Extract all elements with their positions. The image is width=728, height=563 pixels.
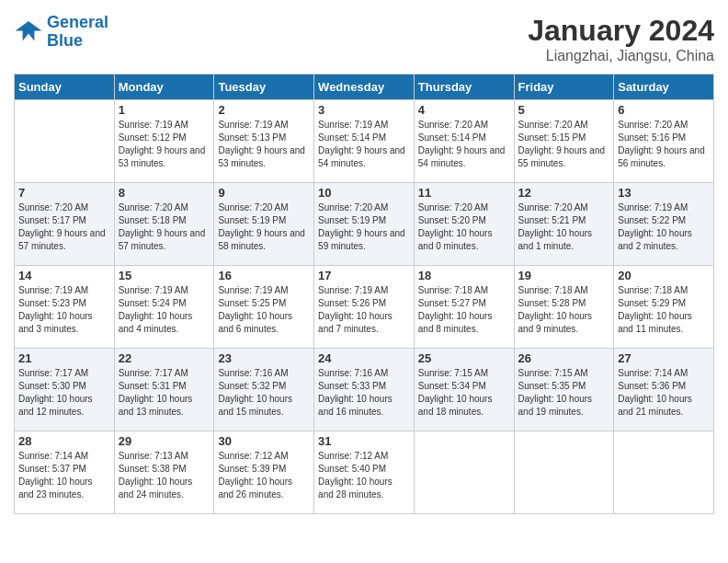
day-number: 15 <box>119 269 210 282</box>
day-info: Sunrise: 7:12 AMSunset: 5:39 PMDaylight:… <box>218 450 310 501</box>
day-info: Sunrise: 7:14 AMSunset: 5:36 PMDaylight:… <box>618 367 710 419</box>
calendar-cell: 13Sunrise: 7:19 AMSunset: 5:22 PMDayligh… <box>614 183 714 266</box>
calendar-cell: 11Sunrise: 7:20 AMSunset: 5:20 PMDayligh… <box>414 183 514 266</box>
day-info: Sunrise: 7:14 AMSunset: 5:37 PMDaylight:… <box>18 450 110 501</box>
day-number: 20 <box>618 269 710 282</box>
day-info: Sunrise: 7:19 AMSunset: 5:12 PMDaylight:… <box>119 119 210 170</box>
day-info: Sunrise: 7:19 AMSunset: 5:23 PMDaylight:… <box>18 284 110 336</box>
calendar-cell: 29Sunrise: 7:13 AMSunset: 5:38 PMDayligh… <box>114 431 214 514</box>
calendar-cell: 8Sunrise: 7:20 AMSunset: 5:18 PMDaylight… <box>114 183 214 266</box>
calendar-cell <box>15 100 115 183</box>
page-header: General Blue January 2024 Liangzhai, Jia… <box>14 14 714 64</box>
calendar-cell: 9Sunrise: 7:20 AMSunset: 5:19 PMDaylight… <box>214 183 314 266</box>
day-number: 5 <box>518 103 610 117</box>
day-info: Sunrise: 7:20 AMSunset: 5:17 PMDaylight:… <box>18 201 110 253</box>
day-info: Sunrise: 7:20 AMSunset: 5:19 PMDaylight:… <box>218 201 310 253</box>
calendar-cell: 20Sunrise: 7:18 AMSunset: 5:29 PMDayligh… <box>614 266 714 349</box>
day-number: 7 <box>18 186 110 200</box>
day-number: 9 <box>218 186 310 200</box>
day-info: Sunrise: 7:12 AMSunset: 5:40 PMDaylight:… <box>318 450 410 501</box>
calendar-cell: 7Sunrise: 7:20 AMSunset: 5:17 PMDaylight… <box>15 183 115 266</box>
logo-icon <box>14 17 43 47</box>
day-header-friday: Friday <box>514 75 614 100</box>
calendar-cell: 26Sunrise: 7:15 AMSunset: 5:35 PMDayligh… <box>514 349 614 431</box>
day-info: Sunrise: 7:19 AMSunset: 5:22 PMDaylight:… <box>618 201 710 253</box>
day-header-monday: Monday <box>114 75 214 100</box>
calendar-cell: 30Sunrise: 7:12 AMSunset: 5:39 PMDayligh… <box>214 431 314 514</box>
day-info: Sunrise: 7:15 AMSunset: 5:34 PMDaylight:… <box>418 367 510 419</box>
calendar-cell: 24Sunrise: 7:16 AMSunset: 5:33 PMDayligh… <box>314 349 415 431</box>
day-number: 30 <box>218 434 310 448</box>
day-number: 14 <box>18 269 110 282</box>
week-row-2: 7Sunrise: 7:20 AMSunset: 5:17 PMDaylight… <box>15 183 714 266</box>
day-info: Sunrise: 7:15 AMSunset: 5:35 PMDaylight:… <box>518 367 610 419</box>
week-row-3: 14Sunrise: 7:19 AMSunset: 5:23 PMDayligh… <box>15 266 714 349</box>
calendar-cell: 31Sunrise: 7:12 AMSunset: 5:40 PMDayligh… <box>314 431 415 514</box>
calendar-cell <box>514 431 614 514</box>
day-number: 19 <box>518 269 610 282</box>
day-number: 4 <box>418 103 510 117</box>
day-number: 29 <box>119 434 210 448</box>
day-info: Sunrise: 7:19 AMSunset: 5:25 PMDaylight:… <box>218 284 310 336</box>
day-number: 24 <box>318 351 410 365</box>
day-info: Sunrise: 7:20 AMSunset: 5:21 PMDaylight:… <box>518 201 610 253</box>
calendar-cell <box>414 431 514 514</box>
day-info: Sunrise: 7:18 AMSunset: 5:29 PMDaylight:… <box>618 284 710 336</box>
calendar-cell: 4Sunrise: 7:20 AMSunset: 5:14 PMDaylight… <box>414 100 514 183</box>
month-title: January 2024 <box>528 14 714 48</box>
day-info: Sunrise: 7:17 AMSunset: 5:31 PMDaylight:… <box>119 367 210 419</box>
calendar-cell: 22Sunrise: 7:17 AMSunset: 5:31 PMDayligh… <box>114 349 214 431</box>
calendar-cell: 25Sunrise: 7:15 AMSunset: 5:34 PMDayligh… <box>414 349 514 431</box>
logo-general: General <box>47 13 108 31</box>
day-info: Sunrise: 7:20 AMSunset: 5:18 PMDaylight:… <box>119 201 210 253</box>
day-number: 16 <box>218 269 310 282</box>
day-info: Sunrise: 7:19 AMSunset: 5:24 PMDaylight:… <box>119 284 210 336</box>
day-number: 26 <box>518 351 610 365</box>
day-number: 31 <box>318 434 410 448</box>
day-number: 2 <box>218 103 310 117</box>
week-row-1: 1Sunrise: 7:19 AMSunset: 5:12 PMDaylight… <box>15 100 714 183</box>
calendar-cell: 23Sunrise: 7:16 AMSunset: 5:32 PMDayligh… <box>214 349 314 431</box>
logo: General Blue <box>14 14 108 51</box>
day-header-tuesday: Tuesday <box>214 75 314 100</box>
day-number: 23 <box>218 351 310 365</box>
day-number: 13 <box>618 186 710 200</box>
day-info: Sunrise: 7:19 AMSunset: 5:26 PMDaylight:… <box>318 284 410 336</box>
calendar-cell: 1Sunrise: 7:19 AMSunset: 5:12 PMDaylight… <box>114 100 214 183</box>
day-info: Sunrise: 7:20 AMSunset: 5:15 PMDaylight:… <box>518 119 610 170</box>
day-number: 28 <box>18 434 110 448</box>
calendar-cell: 19Sunrise: 7:18 AMSunset: 5:28 PMDayligh… <box>514 266 614 349</box>
day-info: Sunrise: 7:20 AMSunset: 5:19 PMDaylight:… <box>318 201 410 253</box>
calendar-cell: 2Sunrise: 7:19 AMSunset: 5:13 PMDaylight… <box>214 100 314 183</box>
day-number: 12 <box>518 186 610 200</box>
day-number: 10 <box>318 186 410 200</box>
day-number: 6 <box>618 103 710 117</box>
day-info: Sunrise: 7:16 AMSunset: 5:32 PMDaylight:… <box>218 367 310 419</box>
week-row-5: 28Sunrise: 7:14 AMSunset: 5:37 PMDayligh… <box>15 431 714 514</box>
title-area: January 2024 Liangzhai, Jiangsu, China <box>528 14 714 64</box>
day-number: 18 <box>418 269 510 282</box>
calendar-table: SundayMondayTuesdayWednesdayThursdayFrid… <box>14 74 714 514</box>
week-row-4: 21Sunrise: 7:17 AMSunset: 5:30 PMDayligh… <box>15 349 714 431</box>
day-header-sunday: Sunday <box>15 75 115 100</box>
calendar-cell: 16Sunrise: 7:19 AMSunset: 5:25 PMDayligh… <box>214 266 314 349</box>
day-info: Sunrise: 7:13 AMSunset: 5:38 PMDaylight:… <box>119 450 210 501</box>
day-number: 11 <box>418 186 510 200</box>
day-number: 17 <box>318 269 410 282</box>
day-info: Sunrise: 7:20 AMSunset: 5:16 PMDaylight:… <box>618 119 710 170</box>
calendar-cell: 18Sunrise: 7:18 AMSunset: 5:27 PMDayligh… <box>414 266 514 349</box>
calendar-cell: 17Sunrise: 7:19 AMSunset: 5:26 PMDayligh… <box>314 266 415 349</box>
calendar-cell: 6Sunrise: 7:20 AMSunset: 5:16 PMDaylight… <box>614 100 714 183</box>
calendar-cell: 27Sunrise: 7:14 AMSunset: 5:36 PMDayligh… <box>614 349 714 431</box>
day-info: Sunrise: 7:19 AMSunset: 5:13 PMDaylight:… <box>218 119 310 170</box>
day-info: Sunrise: 7:18 AMSunset: 5:27 PMDaylight:… <box>418 284 510 336</box>
day-header-saturday: Saturday <box>614 75 714 100</box>
calendar-cell: 28Sunrise: 7:14 AMSunset: 5:37 PMDayligh… <box>15 431 115 514</box>
calendar-cell: 21Sunrise: 7:17 AMSunset: 5:30 PMDayligh… <box>15 349 115 431</box>
calendar-header-row: SundayMondayTuesdayWednesdayThursdayFrid… <box>15 75 714 100</box>
calendar-cell: 10Sunrise: 7:20 AMSunset: 5:19 PMDayligh… <box>314 183 415 266</box>
calendar-cell <box>614 431 714 514</box>
calendar-cell: 3Sunrise: 7:19 AMSunset: 5:14 PMDaylight… <box>314 100 415 183</box>
day-number: 22 <box>119 351 210 365</box>
calendar-cell: 5Sunrise: 7:20 AMSunset: 5:15 PMDaylight… <box>514 100 614 183</box>
